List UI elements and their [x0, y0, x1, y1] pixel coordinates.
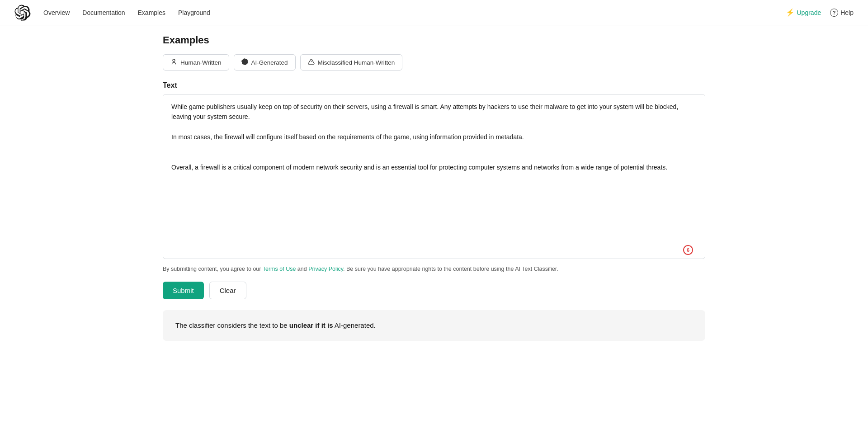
- help-button[interactable]: ? Help: [830, 9, 854, 17]
- text-input[interactable]: [163, 94, 705, 257]
- disclaimer-text: By submitting content, you agree to our …: [163, 264, 705, 274]
- text-area-wrapper: 6: [163, 94, 705, 259]
- openai-logo[interactable]: [14, 5, 31, 21]
- person-icon: [170, 58, 177, 66]
- upgrade-label: Upgrade: [797, 9, 821, 16]
- help-circle-icon: ?: [830, 9, 838, 17]
- tab-human-written-label: Human-Written: [180, 59, 222, 66]
- disclaimer-after: . Be sure you have appropriate rights to…: [343, 266, 558, 272]
- nav-documentation[interactable]: Documentation: [82, 9, 125, 16]
- result-box: The classifier considers the text to be …: [163, 310, 705, 341]
- terms-of-use-link[interactable]: Terms of Use: [263, 266, 296, 272]
- bolt-icon: ⚡: [786, 8, 795, 17]
- clear-button[interactable]: Clear: [209, 282, 246, 299]
- result-emphasis: unclear if it is: [289, 321, 333, 329]
- upgrade-button[interactable]: ⚡ Upgrade: [786, 8, 821, 17]
- tab-misclassified[interactable]: Misclassified Human-Written: [300, 54, 403, 71]
- page-title: Examples: [163, 34, 705, 46]
- tab-ai-generated[interactable]: AI-Generated: [234, 54, 296, 71]
- tab-ai-generated-label: AI-Generated: [251, 59, 288, 66]
- disclaimer-before: By submitting content, you agree to our: [163, 266, 263, 272]
- main-content: Examples Human-Written AI-Generated: [0, 25, 868, 341]
- result-prefix: The classifier considers the text to be: [175, 321, 289, 329]
- tab-human-written[interactable]: Human-Written: [163, 54, 229, 71]
- text-section-label: Text: [163, 81, 705, 90]
- nav-overview[interactable]: Overview: [43, 9, 70, 16]
- navbar-links: Overview Documentation Examples Playgrou…: [43, 9, 786, 16]
- navbar: Overview Documentation Examples Playgrou…: [0, 0, 868, 25]
- nav-examples[interactable]: Examples: [138, 9, 165, 16]
- nav-playground[interactable]: Playground: [178, 9, 210, 16]
- example-tabs: Human-Written AI-Generated Misclassified…: [163, 54, 705, 71]
- action-buttons: Submit Clear: [163, 282, 705, 299]
- privacy-policy-link[interactable]: Privacy Policy: [308, 266, 343, 272]
- navbar-right: ⚡ Upgrade ? Help: [786, 8, 854, 17]
- disclaimer-and: and: [296, 266, 308, 272]
- warning-icon: [308, 58, 315, 66]
- help-label: Help: [840, 9, 854, 16]
- tab-misclassified-label: Misclassified Human-Written: [318, 59, 395, 66]
- result-suffix: AI-generated.: [333, 321, 376, 329]
- submit-button[interactable]: Submit: [163, 282, 204, 299]
- ai-icon: [241, 58, 248, 66]
- svg-point-0: [173, 59, 175, 61]
